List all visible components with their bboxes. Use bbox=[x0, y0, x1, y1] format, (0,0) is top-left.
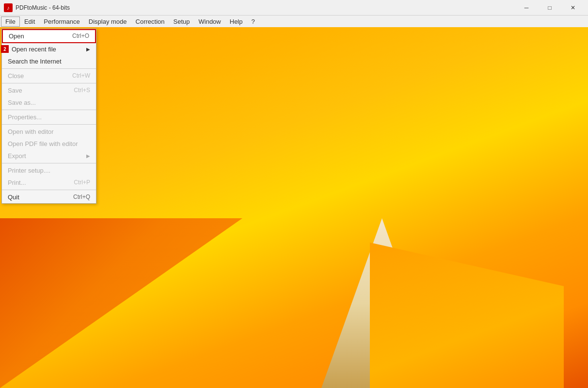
separator-3 bbox=[2, 110, 96, 110]
menu-item-question[interactable]: ? bbox=[247, 16, 259, 27]
menu-export: Export ▶ bbox=[2, 150, 96, 162]
menu-print: Print... Ctrl+P bbox=[2, 177, 96, 189]
menu-search-internet[interactable]: Search the Internet bbox=[2, 55, 96, 67]
menu-item-correction[interactable]: Correction bbox=[131, 16, 169, 27]
menu-item-file[interactable]: File Open Ctrl+O 2 Open recent file ▶ Se… bbox=[1, 16, 20, 27]
app-title: PDFtoMusic - 64-bits bbox=[16, 4, 70, 11]
menu-bar: File Open Ctrl+O 2 Open recent file ▶ Se… bbox=[0, 16, 588, 27]
menu-item-performance[interactable]: Performance bbox=[39, 16, 84, 27]
submenu-arrow: ▶ bbox=[86, 47, 90, 52]
menu-open-recent[interactable]: 2 Open recent file ▶ bbox=[2, 43, 96, 55]
separator-1 bbox=[2, 68, 96, 69]
menu-properties: Properties... bbox=[2, 111, 96, 123]
menu-item-edit[interactable]: Edit bbox=[20, 16, 39, 27]
menu-item-setup[interactable]: Setup bbox=[169, 16, 194, 27]
bg-shape-1 bbox=[0, 218, 242, 388]
separator-4 bbox=[2, 124, 96, 125]
separator-5 bbox=[2, 163, 96, 163]
title-bar-left: ♪ PDFtoMusic - 64-bits bbox=[4, 3, 70, 12]
menu-item-displaymode[interactable]: Display mode bbox=[84, 16, 131, 27]
menu-open-pdf-editor: Open PDF file with editor bbox=[2, 138, 96, 150]
file-dropdown-menu: Open Ctrl+O 2 Open recent file ▶ Search … bbox=[1, 29, 96, 204]
minimize-button[interactable]: ─ bbox=[515, 1, 538, 15]
menu-item-help[interactable]: Help bbox=[225, 16, 247, 27]
menu-open[interactable]: Open Ctrl+O bbox=[2, 29, 96, 43]
close-button[interactable]: ✕ bbox=[562, 1, 584, 15]
menu-printer-setup: Printer setup.... bbox=[2, 164, 96, 177]
maximize-button[interactable]: □ bbox=[539, 1, 561, 15]
bg-shape-3 bbox=[370, 242, 564, 388]
separator-2 bbox=[2, 83, 96, 83]
app-icon: ♪ bbox=[4, 3, 13, 12]
title-bar: ♪ PDFtoMusic - 64-bits ─ □ ✕ bbox=[0, 0, 588, 16]
menu-quit[interactable]: Quit Ctrl+Q bbox=[2, 191, 96, 203]
menu-save-as: Save as... bbox=[2, 97, 96, 109]
step-badge-2: 2 bbox=[1, 45, 9, 53]
menu-close: Close Ctrl+W bbox=[2, 70, 96, 82]
export-submenu-arrow: ▶ bbox=[86, 153, 90, 159]
menu-save: Save Ctrl+S bbox=[2, 84, 96, 97]
separator-6 bbox=[2, 190, 96, 190]
menu-item-window[interactable]: Window bbox=[194, 16, 225, 27]
title-bar-controls: ─ □ ✕ bbox=[515, 1, 584, 15]
menu-open-with-editor: Open with editor bbox=[2, 126, 96, 138]
